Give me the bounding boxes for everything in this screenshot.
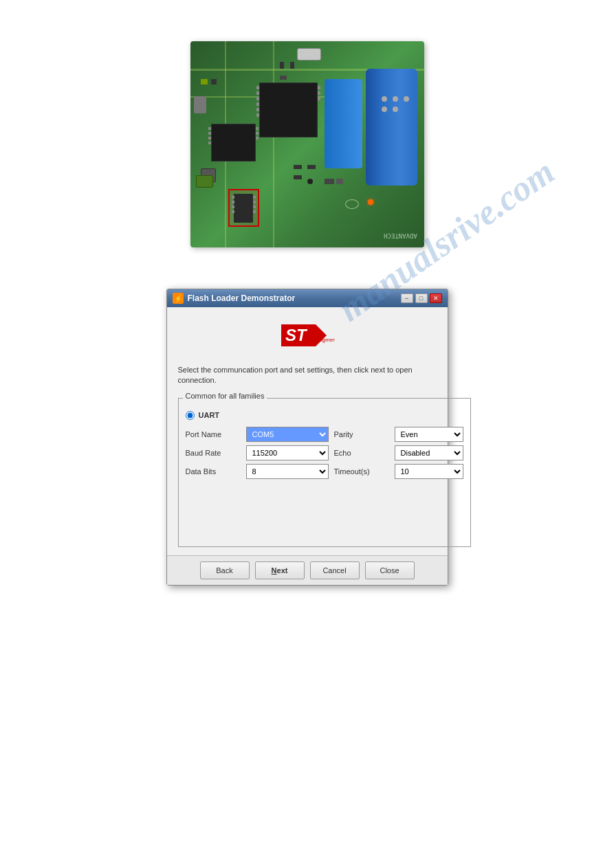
restore-button[interactable]: □ [415,293,428,303]
minimize-button[interactable]: − [401,293,413,303]
baud-rate-select[interactable]: 115200 9600 19200 38400 57600 [246,445,329,460]
close-button[interactable]: Close [365,561,415,579]
window-controls: − □ ✕ [401,293,442,303]
flash-loader-dialog: ⚡ Flash Loader Demonstrator − □ ✕ [166,289,448,586]
dialog-section: ⚡ Flash Loader Demonstrator − □ ✕ [0,275,614,613]
timeout-select[interactable]: 10 5 15 30 [395,464,463,479]
baud-rate-label: Baud Rate [186,449,241,457]
uart-radio[interactable] [186,411,195,420]
form-grid: Port Name COM5 COM1 COM2 COM3 COM4 Parit… [186,427,463,479]
parity-select[interactable]: Even None Odd [395,427,463,442]
uart-label: UART [199,411,220,419]
next-button-text: ext [277,566,288,575]
echo-select[interactable]: Disabled Enabled [395,445,463,460]
inner-section [186,485,463,539]
dialog-title-text: Flash Loader Demonstrator [188,293,296,303]
back-button[interactable]: Back [200,561,250,579]
pcb-board-image: ADVANTECH [190,41,424,247]
dialog-titlebar: ⚡ Flash Loader Demonstrator − □ ✕ [167,289,448,307]
pcb-image-section: ADVANTECH [0,0,614,275]
close-window-button[interactable]: ✕ [430,293,442,303]
st-logo: ST life. augmented [280,321,335,350]
button-bar: Back Next Cancel Close [167,555,448,585]
svg-text:life.: life. [317,330,325,336]
data-bits-select[interactable]: 8 7 [246,464,329,479]
data-bits-label: Data Bits [186,467,241,476]
cancel-button[interactable]: Cancel [310,561,360,579]
echo-label: Echo [334,449,389,457]
dialog-title-left: ⚡ Flash Loader Demonstrator [173,293,296,304]
pcb-brand-text: ADVANTECH [384,232,417,239]
next-button[interactable]: Next [255,561,305,579]
group-box-legend: Common for all families [183,392,267,400]
st-logo-area: ST life. augmented [178,315,437,355]
parity-label: Parity [334,430,389,438]
timeout-label: Timeout(s) [334,467,389,476]
svg-text:ST: ST [285,326,308,344]
common-group-box: Common for all families UART Port Name C… [178,394,471,547]
port-name-select[interactable]: COM5 COM1 COM2 COM3 COM4 [246,427,329,442]
st-logo-svg: ST life. augmented [280,321,335,350]
port-name-label: Port Name [186,430,241,438]
uart-radio-row: UART [186,411,463,420]
next-button-underline: N [272,566,277,575]
dialog-content: ST life. augmented Select the communcati… [167,307,448,555]
instruction-text: Select the communcation port and set set… [178,365,437,386]
svg-text:augmented: augmented [317,337,335,343]
dialog-app-icon: ⚡ [173,293,184,304]
